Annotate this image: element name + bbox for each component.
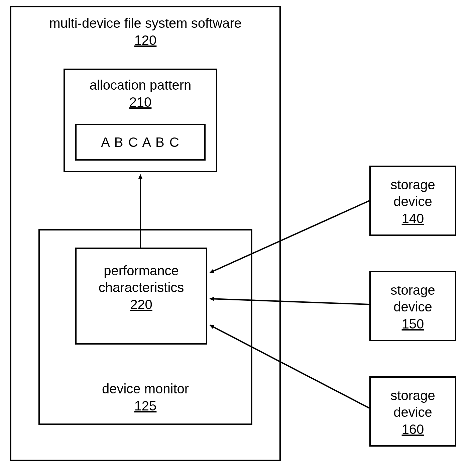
diagram-canvas: multi-device file system software 120 al…: [0, 0, 476, 471]
storage-160-ref: 160: [402, 422, 424, 437]
device-monitor-ref: 125: [134, 398, 157, 413]
storage-150-title: storage device: [371, 282, 455, 315]
storage-device-140: storage device 140: [369, 166, 456, 236]
storage-device-160: storage device 160: [369, 376, 456, 447]
storage-140-title: storage device: [371, 176, 455, 210]
performance-ref: 220: [130, 297, 152, 312]
storage-device-150: storage device 150: [369, 271, 456, 341]
allocation-ref: 210: [129, 95, 152, 110]
allocation-title: allocation pattern: [65, 77, 216, 93]
storage-160-title: storage device: [371, 387, 455, 420]
storage-140-ref: 140: [402, 211, 424, 226]
performance-box: performance characteristics 220: [75, 248, 207, 345]
storage-150-ref: 150: [402, 316, 424, 332]
pattern-sequence: A B C A B C: [101, 135, 180, 150]
performance-title: performance characteristics: [77, 262, 206, 296]
device-monitor-title: device monitor: [40, 380, 251, 397]
main-ref: 120: [134, 33, 157, 48]
main-title: multi-device file system software: [11, 15, 279, 31]
pattern-sequence-box: A B C A B C: [75, 124, 206, 161]
